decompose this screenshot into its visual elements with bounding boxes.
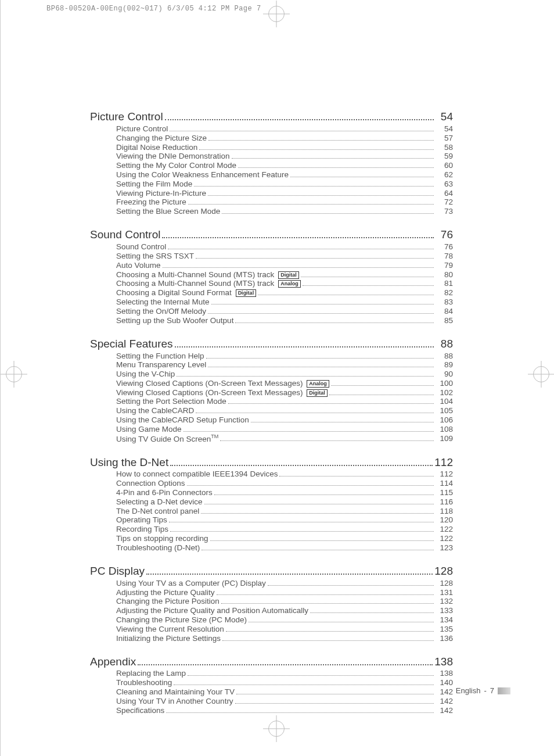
toc-section-heading: Using the D-Net112 <box>90 456 453 468</box>
toc-entry-title: Initializing the Picture Settings <box>116 635 221 643</box>
toc-entry-page: 62 <box>436 171 453 179</box>
toc-leader <box>236 687 434 694</box>
toc-entry: Adjusting the Picture Quality and Positi… <box>90 606 453 615</box>
toc-entry: Using the CableCARD Setup Function106 <box>90 415 453 424</box>
toc-section: Picture Control54Picture Control54Changi… <box>90 110 453 216</box>
toc-entry-page: 85 <box>436 317 453 325</box>
toc-section-heading: Special Features88 <box>90 338 453 350</box>
registration-mark-icon <box>268 721 285 737</box>
footer-language: English <box>456 686 481 695</box>
toc-entry: The D-Net control panel118 <box>90 507 453 515</box>
toc-leader <box>251 415 434 422</box>
toc-leader <box>210 534 434 541</box>
toc-entry-title: Using the V-Chip <box>116 370 175 378</box>
toc-entry: Viewing Closed Captions (On-Screen Text … <box>90 388 453 397</box>
toc-heading-page: 54 <box>436 111 453 122</box>
toc-entry-title: Recording Tips <box>116 525 168 533</box>
toc-entry-title: Adjusting the Picture Quality <box>116 589 215 597</box>
toc-entry-title: Sound Control <box>116 243 166 251</box>
toc-entry-title: Operating Tips <box>116 516 167 524</box>
toc-entry-title: Using the Color Weakness Enhancement Fea… <box>116 171 289 179</box>
toc-entry-title: Choosing a Digital Sound Format Digital <box>116 289 256 297</box>
signal-type-tag: Digital <box>236 289 257 297</box>
toc-section: Special Features88Setting the Function H… <box>90 338 453 443</box>
toc-leader <box>170 456 433 465</box>
toc-leader <box>204 497 434 504</box>
toc-entry-page: 135 <box>436 625 453 633</box>
toc-entry-title: Using Your TV as a Computer (PC) Display <box>116 579 266 587</box>
print-header: BP68-00520A-00Eng(002~017) 6/3/05 4:12 P… <box>46 5 261 13</box>
toc-heading-page: 88 <box>436 338 453 349</box>
toc-entry-title: Using TV Guide On ScreenTM <box>116 434 218 443</box>
toc-entry-page: 82 <box>436 289 453 297</box>
toc-entry-page: 142 <box>436 707 453 715</box>
toc-entry: Setting the Port Selection Mode104 <box>90 397 453 406</box>
toc-entry: Operating Tips120 <box>90 516 453 525</box>
footer-separator: - <box>484 686 486 695</box>
toc-leader <box>211 298 434 304</box>
toc-entry-page: 123 <box>436 544 453 552</box>
toc-heading-page: 128 <box>434 565 453 576</box>
toc-entry: Viewing Closed Captions (On-Screen Text … <box>90 379 453 388</box>
toc-leader <box>217 588 434 595</box>
toc-leader <box>232 152 434 159</box>
toc-entry: 4-Pin and 6-Pin Connectors115 <box>90 488 453 497</box>
toc-leader <box>175 338 434 347</box>
signal-type-tag: Digital <box>307 389 328 397</box>
toc-section: PC Display128Using Your TV as a Computer… <box>90 565 453 643</box>
toc-entry-page: 105 <box>436 407 453 415</box>
toc-entry: Menu Transparency Level89 <box>90 361 453 370</box>
toc-leader <box>235 316 434 323</box>
trademark-icon: TM <box>211 433 218 439</box>
toc-heading-title: Picture Control <box>90 111 163 122</box>
toc-entry-title: Setting the Film Mode <box>116 180 192 188</box>
toc-leader <box>196 406 434 413</box>
toc-entry: How to connect compatible IEEE1394 Devic… <box>90 470 453 479</box>
toc-entry: Connection Options114 <box>90 479 453 488</box>
signal-type-tag: Analog <box>307 380 329 388</box>
toc-entry-page: 90 <box>436 370 453 378</box>
toc-entry-page: 122 <box>436 525 453 533</box>
toc-entry-page: 142 <box>436 688 453 696</box>
toc-entry-title: Freezing the Picture <box>116 198 186 206</box>
toc-entry-title: Setting the SRS TSXT <box>116 252 194 260</box>
toc-entry-title: The D-Net control panel <box>116 507 199 515</box>
toc-entry-title: Selecting a D-Net device <box>116 498 203 506</box>
toc-leader <box>146 565 433 575</box>
toc-entry-page: 138 <box>436 669 453 678</box>
toc-entry: Setting the My Color Control Mode60 <box>90 161 453 170</box>
footer-mark-icon <box>498 687 510 694</box>
table-of-contents: Picture Control54Picture Control54Changi… <box>90 110 453 715</box>
toc-entry-title: Viewing the Current Resolution <box>116 625 224 633</box>
toc-entry: Specifications142 <box>90 706 453 715</box>
toc-entry: Using Game Mode108 <box>90 425 453 433</box>
toc-entry: Sound Control76 <box>90 242 453 251</box>
toc-entry: Digital Noise Reduction58 <box>90 143 453 152</box>
toc-entry: Troubleshooting140 <box>90 678 453 687</box>
toc-entry-page: 122 <box>436 535 453 543</box>
toc-leader <box>201 507 434 514</box>
toc-entry-title: Viewing Closed Captions (On-Screen Text … <box>116 379 329 388</box>
toc-entry-title: Replacing the Lamp <box>116 669 186 678</box>
toc-entry-page: 57 <box>436 134 453 142</box>
toc-leader <box>226 625 434 632</box>
toc-entry: Choosing a Multi-Channel Sound (MTS) tra… <box>90 280 453 288</box>
toc-leader <box>329 388 434 395</box>
toc-entry-page: 80 <box>436 271 453 279</box>
toc-leader <box>331 379 434 386</box>
toc-entry-title: Using the CableCARD Setup Function <box>116 416 249 424</box>
toc-heading-title: Sound Control <box>90 229 160 240</box>
toc-entry-page: 140 <box>436 679 453 687</box>
toc-entry-title: Digital Noise Reduction <box>116 144 197 152</box>
toc-entry: Setting the Function Help88 <box>90 352 453 360</box>
toc-entry-title: 4-Pin and 6-Pin Connectors <box>116 489 213 497</box>
toc-entry: Tips on stopping recording122 <box>90 534 453 543</box>
toc-entry-title: Setting the Blue Screen Mode <box>116 207 220 216</box>
toc-entry-page: 134 <box>436 616 453 624</box>
toc-leader <box>208 189 434 196</box>
toc-entry: Setting up the Sub Woofer Output85 <box>90 316 453 325</box>
toc-leader <box>188 669 434 676</box>
toc-entry-page: 116 <box>436 498 453 506</box>
toc-entry-title: Setting the On/Off Melody <box>116 307 206 316</box>
toc-entry-title: Setting the Port Selection Mode <box>116 397 226 406</box>
